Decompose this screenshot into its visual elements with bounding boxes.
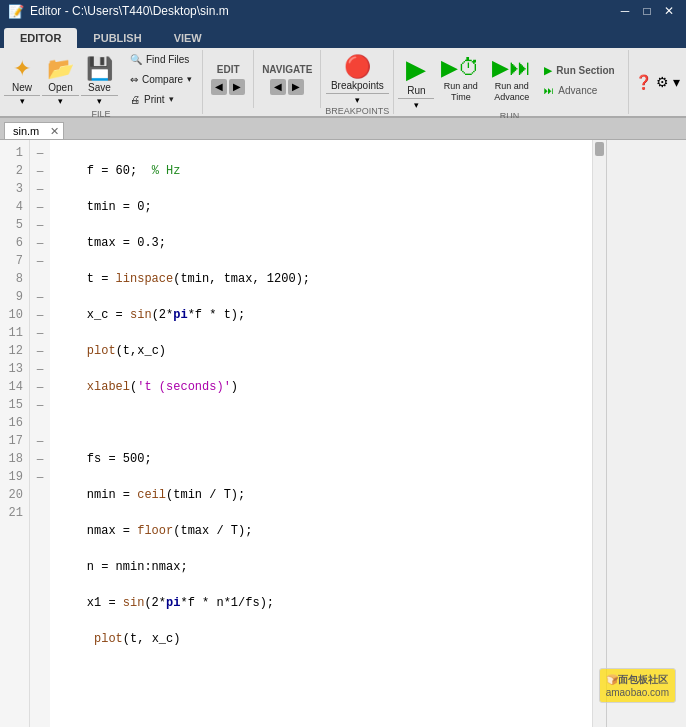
code-line-12: n = nmin:nmax; — [58, 558, 584, 576]
ribbon: ✦ New ▾ 📂 Open ▾ 💾 S — [0, 48, 686, 118]
save-button[interactable]: 💾 Save ▾ — [81, 52, 118, 107]
code-line-1: f = 60; % Hz — [58, 162, 584, 180]
edit-label: EDIT — [217, 64, 240, 75]
tab-editor[interactable]: EDITOR — [4, 28, 77, 48]
code-line-3: tmax = 0.3; — [58, 234, 584, 252]
compare-button[interactable]: ⇔ Compare ▾ — [124, 70, 198, 88]
window-title: Editor - C:\Users\T440\Desktop\sin.m — [30, 4, 229, 18]
compare-dropdown-icon[interactable]: ▾ — [187, 74, 192, 84]
ribbon-file-group: ✦ New ▾ 📂 Open ▾ 💾 S — [0, 50, 203, 114]
code-container: 1 2 3 4 5 6 7 8 9 10 11 12 13 14 15 16 1… — [0, 140, 606, 727]
minimize-button[interactable]: ─ — [616, 4, 634, 18]
watermark: 🍞面包板社区 amaobao.com — [599, 668, 676, 703]
print-label: Print — [144, 94, 165, 105]
advance-label: Advance — [558, 85, 597, 96]
run-section-button[interactable]: ▶ Run Section — [538, 61, 620, 79]
code-line-6: plot(t,x_c) — [58, 342, 584, 360]
chevron-down-icon[interactable]: ▾ — [673, 74, 680, 90]
code-line-9: fs = 500; — [58, 450, 584, 468]
editor-container: sin.m ✕ 1 2 3 4 5 6 7 8 9 10 11 12 13 14 — [0, 118, 686, 727]
run-icon: ▶ — [406, 54, 426, 85]
code-line-7: xlabel('t (seconds)') — [58, 378, 584, 396]
run-time-button[interactable]: ▶⏱ Run and Time — [436, 51, 485, 109]
close-button[interactable]: ✕ — [660, 4, 678, 18]
run-dropdown-arrow[interactable]: ▾ — [398, 98, 434, 110]
tab-bar: EDITOR PUBLISH VIEW — [0, 22, 686, 48]
print-button[interactable]: 🖨 Print ▾ — [124, 90, 198, 108]
print-dropdown-icon[interactable]: ▾ — [169, 94, 174, 104]
print-icon: 🖨 — [130, 94, 140, 105]
open-dropdown-arrow[interactable]: ▾ — [42, 95, 79, 107]
code-line-11: nmax = floor(tmax / T); — [58, 522, 584, 540]
file-tab-close[interactable]: ✕ — [50, 125, 59, 138]
navigate-section[interactable]: NAVIGATE ◀ ▶ — [254, 50, 321, 108]
code-editor[interactable]: f = 60; % Hz tmin = 0; tmax = 0.3; t = l… — [50, 140, 592, 727]
vertical-scrollbar[interactable] — [592, 140, 606, 727]
breakpoints-group-label: BREAKPOINTS — [325, 105, 389, 117]
file-tab-label: sin.m — [13, 125, 39, 137]
run-advance-icon: ▶⏭ — [492, 55, 531, 81]
code-line-13: x1 = sin(2*pi*f * n*1/fs); — [58, 594, 584, 612]
compare-icon: ⇔ — [130, 74, 138, 85]
new-label: New — [12, 82, 32, 93]
file-tab-sinm[interactable]: sin.m ✕ — [4, 122, 64, 139]
edit-section[interactable]: EDIT ◀ ▶ — [203, 50, 254, 108]
open-button[interactable]: 📂 Open ▾ — [42, 52, 79, 107]
code-line-16 — [58, 702, 584, 720]
navigate-arrow-right[interactable]: ▶ — [288, 79, 304, 95]
tab-publish[interactable]: PUBLISH — [77, 28, 157, 48]
line-numbers: 1 2 3 4 5 6 7 8 9 10 11 12 13 14 15 16 1… — [0, 140, 30, 727]
tab-view[interactable]: VIEW — [158, 28, 218, 48]
save-dropdown-arrow[interactable]: ▾ — [81, 95, 118, 107]
code-line-2: tmin = 0; — [58, 198, 584, 216]
advance-button[interactable]: ⏭ Advance — [538, 81, 620, 99]
ribbon-breakpoints-group: 🔴 Breakpoints ▾ BREAKPOINTS — [321, 50, 394, 114]
breakpoints-dropdown-arrow[interactable]: ▾ — [326, 93, 389, 105]
maximize-button[interactable]: □ — [638, 4, 656, 18]
run-section-icon: ▶ — [544, 65, 552, 76]
navigate-label: NAVIGATE — [262, 64, 312, 75]
find-files-button[interactable]: 🔍 Find Files — [124, 50, 198, 68]
compare-label: Compare — [142, 74, 183, 85]
line-markers: – – – – – – – – – – – – – – – – – — [30, 140, 50, 727]
open-label: Open — [48, 82, 72, 93]
title-bar: 📝 Editor - C:\Users\T440\Desktop\sin.m ─… — [0, 0, 686, 22]
code-line-4: t = linspace(tmin, tmax, 1200); — [58, 270, 584, 288]
help-icon[interactable]: ❓ — [635, 74, 652, 90]
run-button[interactable]: ▶ Run ▾ — [398, 50, 434, 110]
main-content: 1 2 3 4 5 6 7 8 9 10 11 12 13 14 15 16 1… — [0, 140, 686, 727]
save-icon: 💾 — [86, 56, 113, 82]
code-line-10: nmin = ceil(tmin / T); — [58, 486, 584, 504]
open-icon: 📂 — [47, 56, 74, 82]
breakpoints-label: Breakpoints — [331, 80, 384, 91]
scrollbar-thumb[interactable] — [595, 142, 604, 156]
find-files-label: Find Files — [146, 54, 189, 65]
edit-arrow-right[interactable]: ▶ — [229, 79, 245, 95]
breakpoints-button[interactable]: 🔴 Breakpoints ▾ — [326, 50, 389, 105]
save-label: Save — [88, 82, 111, 93]
breakpoints-icon: 🔴 — [344, 54, 371, 80]
code-line-14: plot(t, x_c) — [58, 630, 584, 648]
new-icon: ✦ — [13, 56, 31, 82]
right-panel — [606, 140, 686, 727]
run-label: Run — [407, 85, 425, 96]
run-section-label: Run Section — [556, 65, 614, 76]
code-line-8 — [58, 414, 584, 432]
code-line-15 — [58, 666, 584, 684]
run-advance-button[interactable]: ▶⏭ Run and Advance — [487, 51, 536, 109]
navigate-arrow-left[interactable]: ◀ — [270, 79, 286, 95]
run-time-icon: ▶⏱ — [441, 55, 480, 81]
new-dropdown-arrow[interactable]: ▾ — [4, 95, 40, 107]
app-icon: 📝 — [8, 4, 24, 19]
settings-icon[interactable]: ⚙ — [656, 74, 669, 90]
ribbon-run-group: ▶ Run ▾ ▶⏱ Run and Time ▶⏭ — [394, 50, 624, 114]
edit-arrow-left[interactable]: ◀ — [211, 79, 227, 95]
advance-icon: ⏭ — [544, 85, 554, 96]
code-line-5: x_c = sin(2*pi*f * t); — [58, 306, 584, 324]
new-button[interactable]: ✦ New ▾ — [4, 52, 40, 107]
find-files-icon: 🔍 — [130, 54, 142, 65]
